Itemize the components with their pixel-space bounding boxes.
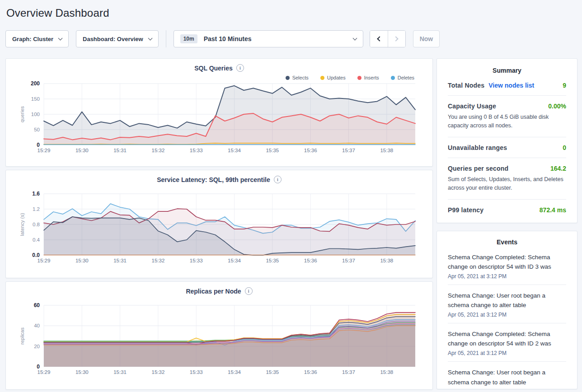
summary-row: Capacity Usage0.00%You are using 0 B of … (448, 96, 566, 137)
event-text: Schema Change: User root began a schema … (448, 291, 566, 310)
now-button[interactable]: Now (413, 30, 440, 47)
svg-text:15:37: 15:37 (342, 258, 355, 263)
svg-text:15:34: 15:34 (228, 148, 241, 153)
legend-item-deletes[interactable]: Deletes (391, 75, 414, 81)
svg-text:15:31: 15:31 (113, 258, 127, 263)
event-timestamp: Apr 05, 2021 at 3:11 PM (448, 388, 566, 389)
svg-text:1.6: 1.6 (32, 191, 40, 197)
summary-value: 872.4 ms (540, 206, 566, 214)
time-range-picker[interactable]: 10m Past 10 Minutes (174, 30, 363, 47)
svg-text:15:38: 15:38 (380, 148, 393, 153)
summary-label: Queries per second (448, 165, 508, 172)
main-content: SQL Queries i SelectsUpdatesInsertsDelet… (5, 58, 577, 390)
legend-dot (357, 76, 361, 80)
svg-text:15:30: 15:30 (75, 369, 89, 375)
svg-text:40: 40 (34, 323, 40, 328)
charts-column: SQL Queries i SelectsUpdatesInsertsDelet… (5, 58, 433, 390)
summary-row: Queries per second164.2Sum of Selects, U… (448, 158, 566, 200)
svg-text:15:32: 15:32 (152, 258, 165, 263)
svg-text:15:36: 15:36 (304, 148, 317, 153)
svg-text:15:38: 15:38 (380, 258, 393, 263)
svg-text:60: 60 (34, 303, 40, 308)
legend-item-selects[interactable]: Selects (286, 75, 309, 81)
events-title: Events (448, 238, 566, 246)
overview-dashboard-page: Overview Dashboard Graph: Cluster Dashbo… (0, 0, 582, 392)
svg-text:15:30: 15:30 (75, 148, 89, 153)
svg-text:20: 20 (34, 344, 40, 349)
graph-dropdown[interactable]: Graph: Cluster (5, 30, 69, 47)
summary-value: 0 (563, 144, 566, 151)
summary-label: Total Nodes (448, 82, 484, 89)
svg-text:15:30: 15:30 (75, 258, 89, 263)
svg-text:15:32: 15:32 (152, 148, 165, 153)
view-nodes-link[interactable]: View nodes list (488, 82, 534, 89)
legend-item-inserts[interactable]: Inserts (357, 75, 379, 81)
svg-text:15:35: 15:35 (266, 258, 279, 263)
info-icon[interactable]: i (274, 176, 282, 183)
chart-title: Replicas per Node (186, 288, 241, 295)
event-timestamp: Apr 05, 2021 at 3:12 PM (448, 312, 566, 318)
event-item[interactable]: Schema Change Completed: Schema change o… (448, 247, 566, 285)
summary-value: 0.00% (548, 103, 566, 110)
legend-item-updates[interactable]: Updates (320, 75, 346, 81)
event-text: Schema Change: User root began a schema … (448, 368, 566, 387)
summary-value: 164.2 (550, 165, 566, 172)
event-item[interactable]: Schema Change: User root began a schema … (448, 362, 566, 389)
chart-title: SQL Queries (194, 65, 233, 72)
info-icon[interactable]: i (236, 64, 244, 72)
sql-queries-chart[interactable]: 15:2915:3015:3115:3215:3315:3415:3515:36… (12, 81, 427, 159)
svg-text:15:38: 15:38 (380, 369, 393, 375)
sql-queries-chart-card: SQL Queries i SelectsUpdatesInsertsDelet… (5, 58, 433, 167)
summary-value: 9 (563, 82, 566, 89)
time-range-label: Past 10 Minutes (204, 35, 252, 42)
svg-text:0.4: 0.4 (33, 237, 40, 243)
chevron-right-icon (394, 36, 399, 41)
service-latency-chart[interactable]: 15:2915:3015:3115:3215:3315:3415:3515:36… (12, 191, 427, 269)
summary-label: Capacity Usage (448, 103, 496, 110)
summary-label: Unavailable ranges (448, 144, 507, 151)
toolbar-divider (166, 30, 166, 47)
svg-text:15:33: 15:33 (190, 369, 203, 375)
replicas-per-node-chart[interactable]: 15:2915:3015:3115:3215:3315:3415:3515:36… (12, 303, 427, 380)
sidebar: Summary Total NodesView nodes list9Capac… (436, 58, 577, 389)
events-panel: Events Schema Change Completed: Schema c… (436, 231, 577, 390)
summary-row: Unavailable ranges0 (448, 137, 566, 158)
svg-text:15:35: 15:35 (266, 369, 279, 375)
svg-text:0: 0 (37, 364, 40, 370)
svg-text:15:37: 15:37 (342, 369, 355, 375)
event-timestamp: Apr 05, 2021 at 3:12 PM (448, 350, 566, 356)
svg-text:0.0: 0.0 (32, 252, 40, 258)
legend-label: Deletes (398, 75, 414, 80)
time-next-button[interactable] (388, 31, 405, 47)
svg-text:15:33: 15:33 (190, 148, 203, 153)
info-icon[interactable]: i (245, 287, 253, 295)
summary-label: P99 latency (448, 206, 483, 214)
event-item[interactable]: Schema Change: User root began a schema … (448, 285, 566, 323)
svg-text:15:29: 15:29 (38, 148, 51, 153)
time-prev-button[interactable] (370, 31, 388, 47)
svg-text:queries: queries (19, 106, 25, 122)
event-text: Schema Change Completed: Schema change o… (448, 329, 566, 349)
svg-text:15:31: 15:31 (113, 148, 127, 153)
event-text: Schema Change Completed: Schema change o… (448, 252, 566, 272)
svg-text:0: 0 (37, 142, 40, 148)
legend-dot (286, 76, 290, 80)
svg-text:15:34: 15:34 (228, 258, 241, 263)
legend-label: Selects (292, 75, 309, 80)
summary-rows: Total NodesView nodes list9Capacity Usag… (448, 75, 566, 220)
replicas-per-node-chart-card: Replicas per Node i 15:2915:3015:3115:32… (5, 281, 433, 390)
summary-description: Sum of Selects, Updates, Inserts, and De… (448, 175, 566, 193)
svg-text:15:36: 15:36 (304, 369, 317, 375)
svg-text:15:37: 15:37 (342, 148, 355, 153)
dashboard-dropdown[interactable]: Dashboard: Overview (76, 30, 159, 47)
graph-dropdown-label: Graph: Cluster (12, 36, 53, 42)
chevron-down-icon (352, 36, 357, 40)
svg-text:replicas: replicas (19, 327, 25, 345)
summary-title: Summary (448, 67, 566, 74)
summary-row: P99 latency872.4 ms (448, 200, 566, 220)
chart-legend: SelectsUpdatesInsertsDeletes (12, 75, 414, 81)
event-item[interactable]: Schema Change Completed: Schema change o… (448, 323, 566, 362)
time-nav-group (370, 30, 406, 47)
svg-text:150: 150 (31, 96, 40, 102)
svg-text:15:33: 15:33 (190, 258, 203, 263)
